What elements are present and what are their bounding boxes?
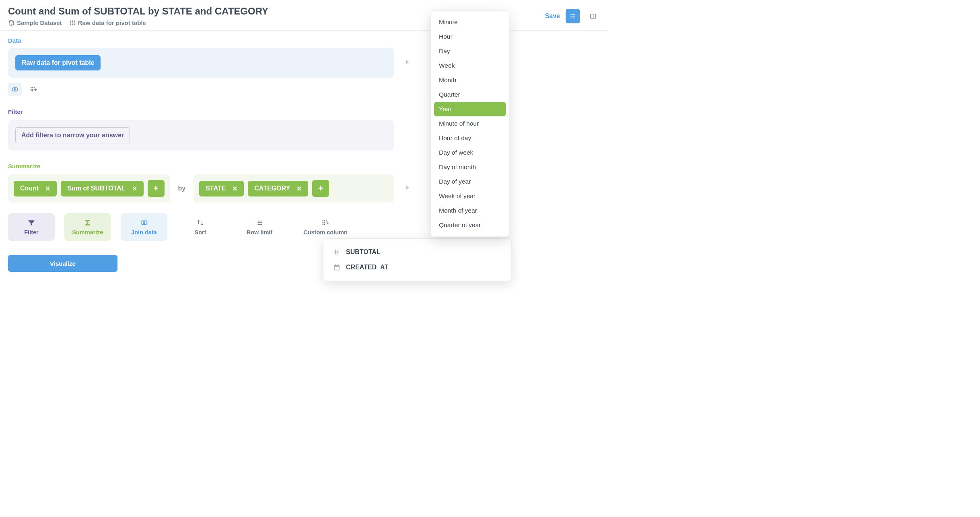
chevron-right-icon — [403, 58, 411, 66]
breakout-pill-category[interactable]: CATEGORY ✕ — [248, 181, 308, 196]
action-join[interactable]: Join data — [121, 213, 167, 241]
time-bucket-option[interactable]: Hour of day — [431, 131, 509, 145]
time-bucket-menu: MinuteHourDayWeekMonthQuarterYearMinute … — [430, 10, 509, 237]
time-bucket-option[interactable]: Hour — [431, 29, 509, 44]
close-icon[interactable]: ✕ — [232, 185, 237, 192]
header: Count and Sum of SUBTOTAL by STATE and C… — [0, 0, 608, 31]
by-label: by — [178, 185, 186, 192]
breadcrumb-table-label: Raw data for pivot table — [78, 19, 146, 26]
venn-icon — [11, 86, 19, 93]
column-option-subtotal-label: SUBTOTAL — [346, 248, 381, 256]
database-icon — [8, 20, 14, 26]
add-breakout-button[interactable]: + — [312, 180, 329, 197]
close-icon[interactable]: ✕ — [45, 185, 50, 192]
time-bucket-option[interactable]: Minute — [431, 15, 509, 29]
chevron-right-icon — [403, 184, 411, 192]
filter-icon — [27, 219, 35, 227]
filter-panel: Add filters to narrow your answer — [8, 120, 394, 151]
breadcrumb-table[interactable]: Raw data for pivot table — [69, 19, 146, 26]
data-source-pill[interactable]: Raw data for pivot table — [15, 55, 101, 70]
column-picker-popover: SUBTOTAL CREATED_AT — [323, 238, 512, 281]
aggregation-pill-sum-label: Sum of SUBTOTAL — [67, 185, 125, 192]
add-column-icon — [321, 219, 329, 227]
data-panel: Raw data for pivot table — [8, 48, 394, 78]
summarize-next-step-arrow[interactable] — [403, 184, 411, 193]
time-bucket-option[interactable]: Month — [431, 73, 509, 87]
page-title[interactable]: Count and Sum of SUBTOTAL by STATE and C… — [8, 6, 268, 17]
time-bucket-option[interactable]: Day of week — [431, 145, 509, 160]
summarize-panel: Count ✕ Sum of SUBTOTAL ✕ + by STATE ✕ C… — [8, 174, 394, 203]
calendar-icon — [333, 264, 340, 271]
time-bucket-option[interactable]: Week — [431, 58, 509, 73]
action-join-label: Join data — [131, 229, 157, 236]
time-bucket-option[interactable]: Day — [431, 44, 509, 58]
breakout-box: STATE ✕ CATEGORY ✕ + — [194, 174, 394, 203]
venn-icon — [140, 219, 148, 227]
column-option-created-at[interactable]: CREATED_AT — [323, 260, 511, 275]
sort-icon — [196, 219, 204, 227]
section-label-summarize: Summarize — [8, 163, 394, 170]
section-label-filter: Filter — [8, 108, 394, 115]
save-button[interactable]: Save — [545, 12, 560, 20]
column-option-created-at-label: CREATED_AT — [346, 264, 388, 271]
action-filter[interactable]: Filter — [8, 213, 55, 241]
action-custom-column[interactable]: Custom column — [295, 213, 356, 241]
join-icon-button[interactable] — [8, 83, 22, 96]
notebook-icon — [569, 12, 576, 20]
data-toolbar — [8, 83, 394, 96]
action-custom-column-label: Custom column — [303, 229, 348, 236]
action-summarize[interactable]: Summarize — [64, 213, 111, 241]
aggregation-box: Count ✕ Sum of SUBTOTAL ✕ + — [8, 174, 170, 203]
add-aggregation-button[interactable]: + — [148, 180, 165, 197]
section-label-data: Data — [8, 37, 394, 44]
action-sort[interactable]: Sort — [177, 213, 224, 241]
time-bucket-option[interactable]: Quarter of year — [431, 218, 509, 232]
sigma-icon — [84, 219, 92, 227]
add-filter-button[interactable]: Add filters to narrow your answer — [15, 127, 130, 143]
header-right: Save — [545, 6, 600, 23]
time-bucket-option[interactable]: Day of year — [431, 174, 509, 189]
close-icon[interactable]: ✕ — [296, 185, 302, 192]
aggregation-pill-sum[interactable]: Sum of SUBTOTAL ✕ — [61, 181, 143, 196]
action-strip: Filter Summarize Join data Sort Row limi… — [8, 213, 394, 241]
action-summarize-label: Summarize — [72, 229, 103, 236]
time-bucket-option[interactable]: Quarter — [431, 87, 509, 102]
breakout-pill-category-label: CATEGORY — [254, 185, 290, 192]
action-filter-label: Filter — [24, 229, 38, 236]
breadcrumb-dataset-label: Sample Dataset — [17, 19, 62, 26]
add-column-icon — [30, 86, 37, 93]
column-option-subtotal[interactable]: SUBTOTAL — [323, 244, 511, 260]
grid-icon — [69, 20, 76, 26]
detail-view-button[interactable] — [586, 9, 600, 23]
custom-column-icon-button[interactable] — [27, 83, 40, 96]
action-sort-label: Sort — [195, 229, 206, 236]
breadcrumb: Sample Dataset Raw data for pivot table — [8, 19, 268, 26]
visualize-button[interactable]: Visualize — [8, 255, 117, 272]
close-icon[interactable]: ✕ — [132, 185, 137, 192]
aggregation-pill-count[interactable]: Count ✕ — [14, 181, 57, 196]
time-bucket-option[interactable]: Week of year — [431, 189, 509, 203]
time-bucket-option[interactable]: Day of month — [431, 160, 509, 174]
action-row-limit[interactable]: Row limit — [233, 213, 286, 241]
header-left: Count and Sum of SUBTOTAL by STATE and C… — [8, 6, 268, 26]
breakout-pill-state[interactable]: STATE ✕ — [199, 181, 244, 196]
hash-icon — [333, 248, 340, 256]
data-next-step-arrow[interactable] — [403, 58, 411, 68]
sidebar-icon — [589, 12, 597, 20]
data-source-pill-label: Raw data for pivot table — [22, 59, 94, 66]
list-icon — [255, 219, 264, 227]
time-bucket-option[interactable]: Year — [434, 102, 506, 116]
breadcrumb-dataset[interactable]: Sample Dataset — [8, 19, 62, 26]
time-bucket-option[interactable]: Month of year — [431, 203, 509, 218]
time-bucket-option[interactable]: Minute of hour — [431, 116, 509, 131]
breakout-pill-state-label: STATE — [206, 185, 226, 192]
editor-view-button[interactable] — [566, 9, 580, 23]
aggregation-pill-count-label: Count — [20, 185, 39, 192]
action-row-limit-label: Row limit — [247, 229, 272, 236]
